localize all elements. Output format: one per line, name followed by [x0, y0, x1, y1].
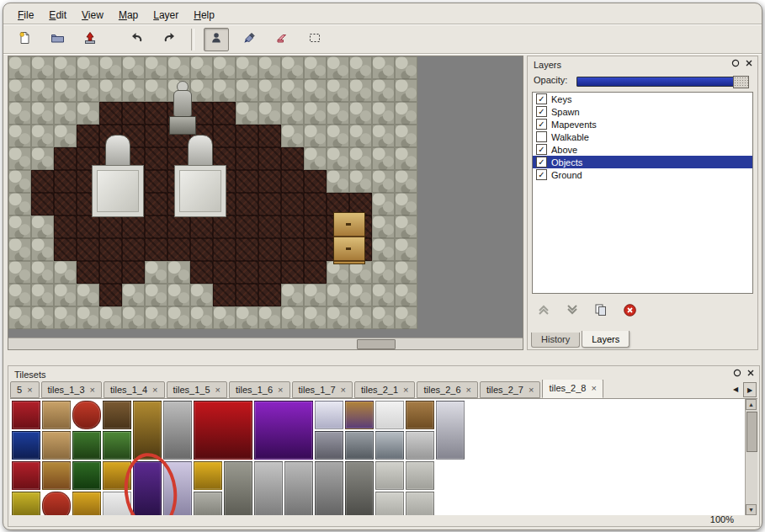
tileset-tile-plant[interactable] [72, 431, 101, 460]
map-tile[interactable] [395, 79, 417, 102]
map-tile[interactable] [372, 56, 395, 79]
map-tile[interactable] [372, 147, 395, 170]
layer-visibility-checkbox[interactable]: ✓ [536, 169, 547, 180]
tileset-tile-monument-dark[interactable] [345, 461, 374, 515]
map-tile[interactable] [31, 170, 54, 193]
menu-layer[interactable]: Layer [146, 7, 186, 24]
map-tile[interactable] [167, 261, 190, 284]
map-tile[interactable] [304, 306, 327, 329]
tileset-scrollbar-thumb[interactable] [746, 412, 757, 452]
map-tile[interactable] [99, 284, 122, 306]
layer-row-spawn[interactable]: ✓Spawn [533, 105, 752, 118]
map-tile[interactable] [349, 306, 372, 329]
opacity-slider[interactable] [576, 77, 749, 87]
map-tile[interactable] [213, 284, 236, 306]
map-tile[interactable] [327, 56, 349, 79]
map-tile[interactable] [349, 170, 372, 193]
tileset-tile-obelisk[interactable] [315, 431, 343, 460]
map-tile[interactable] [190, 306, 213, 329]
map-tile[interactable] [190, 261, 213, 284]
map-tile[interactable] [8, 79, 31, 102]
tileset-scrollbar[interactable]: ▲ ▼ [745, 399, 757, 515]
map-tile[interactable] [281, 56, 304, 79]
map-tile[interactable] [281, 193, 304, 215]
map-tile[interactable] [327, 125, 349, 147]
map-tile[interactable] [258, 284, 281, 306]
map-tile[interactable] [372, 170, 395, 193]
map-tile[interactable] [190, 238, 213, 261]
map-tile[interactable] [281, 147, 304, 170]
map-tile[interactable] [167, 284, 190, 306]
map-tile[interactable] [145, 306, 167, 329]
map-tile[interactable] [167, 306, 190, 329]
map-tile[interactable] [258, 261, 281, 284]
menu-edit[interactable]: Edit [41, 7, 74, 24]
map-tile[interactable] [8, 125, 31, 147]
scroll-down-button[interactable]: ▼ [746, 504, 757, 515]
tileset-tile-door-stone[interactable] [163, 401, 192, 460]
open-button[interactable] [45, 28, 70, 51]
map-tile[interactable] [213, 238, 236, 261]
map-tile[interactable] [122, 102, 145, 125]
redo-button[interactable] [157, 28, 182, 51]
map-tile[interactable] [304, 79, 327, 102]
map-tile[interactable] [304, 125, 327, 147]
map-tile[interactable] [281, 238, 304, 261]
map-tile[interactable] [213, 215, 236, 238]
map-tile[interactable] [281, 261, 304, 284]
map-tile[interactable] [236, 215, 258, 238]
map-tile[interactable] [372, 306, 395, 329]
map-tile[interactable] [349, 261, 372, 284]
tileset-tile-picture-frame[interactable] [345, 401, 374, 429]
map-tile[interactable] [281, 215, 304, 238]
layer-visibility-checkbox[interactable] [536, 131, 547, 142]
map-tile[interactable] [77, 284, 99, 306]
close-tab-icon[interactable]: × [152, 382, 157, 397]
map-tile[interactable] [304, 56, 327, 79]
tileset-tab-tiles_2_8[interactable]: tiles_2_8× [542, 380, 603, 398]
tileset-tile-plant-2[interactable] [103, 431, 131, 460]
layer-row-mapevents[interactable]: ✓Mapevents [533, 118, 752, 130]
map-tile[interactable] [213, 102, 236, 125]
menu-help[interactable]: Help [186, 7, 222, 24]
map-tile[interactable] [304, 102, 327, 125]
map-tile[interactable] [236, 125, 258, 147]
tileset-tile-boulder[interactable] [224, 461, 252, 515]
close-tab-icon[interactable]: × [278, 382, 283, 397]
map-tile[interactable] [99, 79, 122, 102]
map-tile[interactable] [167, 238, 190, 261]
tileset-tile-statue-angel[interactable] [254, 461, 283, 515]
map-tile[interactable] [99, 238, 122, 261]
map-tile[interactable] [122, 215, 145, 238]
map-horizontal-scrollbar[interactable] [8, 338, 523, 349]
map-tile[interactable] [236, 238, 258, 261]
tileset-tile-banner-red[interactable] [12, 401, 40, 429]
map-tile[interactable] [258, 170, 281, 193]
map-tile[interactable] [213, 79, 236, 102]
map-tile[interactable] [395, 102, 417, 125]
map-tile[interactable] [77, 261, 99, 284]
map-tile[interactable] [99, 56, 122, 79]
map-tile[interactable] [54, 170, 77, 193]
layer-row-keys[interactable]: ✓Keys [533, 93, 752, 105]
map-tile[interactable] [8, 170, 31, 193]
map-tile[interactable] [327, 170, 349, 193]
tileset-tab-tiles_2_1[interactable]: tiles_2_1× [354, 381, 415, 398]
map-tile[interactable] [77, 79, 99, 102]
map-tile[interactable] [236, 306, 258, 329]
tileset-tile-gold-pile[interactable] [194, 461, 222, 490]
map-tile[interactable] [327, 306, 349, 329]
map-tile[interactable] [31, 261, 54, 284]
map-tile[interactable] [31, 56, 54, 79]
map-tile[interactable] [145, 261, 167, 284]
tab-scroll-left-button[interactable]: ◀ [730, 382, 741, 396]
map-tile[interactable] [236, 102, 258, 125]
tileset-tile-loom-2[interactable] [42, 431, 71, 460]
map-tile[interactable] [77, 56, 99, 79]
map-tile[interactable] [372, 261, 395, 284]
duplicate-layer-button[interactable] [592, 301, 610, 319]
tileset-tab-tiles_1_6[interactable]: tiles_1_6× [229, 381, 290, 398]
map-tile[interactable] [145, 102, 167, 125]
tileset-tile-pot-red[interactable] [72, 401, 101, 429]
map-tile[interactable] [304, 147, 327, 170]
